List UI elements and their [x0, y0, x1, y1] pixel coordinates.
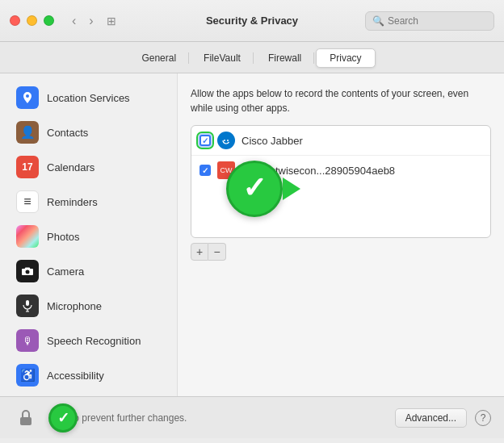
sidebar-item-speech[interactable]: 🎙 Speech Recognition	[5, 324, 172, 357]
sidebar-item-camera[interactable]: Camera	[5, 254, 172, 288]
sidebar-item-contacts[interactable]: 👤 Contacts	[5, 115, 172, 149]
sidebar-label-contacts: Contacts	[47, 127, 88, 139]
calendars-icon: 17	[16, 156, 39, 178]
bottom-lock-check	[48, 403, 78, 433]
lock-text: to prevent further changes.	[71, 412, 187, 424]
sidebar-label-camera: Camera	[47, 265, 84, 278]
minimize-button[interactable]	[27, 15, 37, 26]
right-panel: Allow the apps below to record the conte…	[178, 73, 504, 396]
lock-icon	[16, 408, 36, 428]
sidebar-item-calendars[interactable]: 17 Calendars	[5, 150, 172, 184]
close-button[interactable]	[10, 15, 20, 26]
maximize-button[interactable]	[44, 15, 54, 26]
tab-general[interactable]: General	[128, 49, 189, 67]
main-content: Location Services 👤 Contacts 17 Calendar…	[0, 73, 504, 396]
search-bar[interactable]: 🔍	[365, 11, 494, 31]
sidebar-item-microphone[interactable]: Microphone	[5, 289, 172, 323]
bottom-right: Advanced... ?	[395, 408, 491, 428]
accessibility-icon: ♿	[16, 364, 39, 387]
nav-buttons: ‹ ›	[67, 12, 99, 30]
connectwise-checkbox[interactable]	[200, 165, 211, 176]
window-title: Security & Privacy	[206, 15, 298, 27]
traffic-lights	[10, 15, 54, 26]
list-controls: + −	[191, 243, 491, 261]
reminders-icon: ≡	[16, 190, 39, 213]
sidebar-label-microphone: Microphone	[47, 300, 102, 312]
location-icon	[16, 86, 39, 109]
svg-rect-4	[20, 417, 32, 425]
lock-area: to prevent further changes.	[13, 405, 187, 431]
sidebar-item-accessibility[interactable]: ♿ Accessibility	[5, 358, 172, 392]
lock-icon-wrap	[13, 405, 39, 431]
cisco-jabber-label: Cisco Jabber	[242, 135, 303, 147]
photos-icon	[16, 225, 39, 248]
app-item-cisco-jabber[interactable]: Cisco Jabber	[191, 126, 490, 156]
sidebar-label-photos: Photos	[47, 231, 79, 243]
connectwise-label: connectwisecon...28905904aeb8	[242, 165, 395, 177]
connectwise-icon: CW	[217, 161, 235, 179]
tab-filevault[interactable]: FileVault	[191, 49, 254, 67]
remove-app-button[interactable]: −	[208, 243, 226, 261]
svg-point-3	[227, 140, 229, 141]
cisco-jabber-checkbox[interactable]	[200, 135, 211, 146]
back-button[interactable]: ‹	[67, 12, 81, 30]
sidebar-label-speech: Speech Recognition	[47, 335, 141, 347]
svg-point-1	[219, 133, 233, 148]
add-app-button[interactable]: +	[191, 243, 208, 261]
titlebar: ‹ › ⊞ Security & Privacy 🔍	[0, 0, 504, 42]
sidebar: Location Services 👤 Contacts 17 Calendar…	[0, 73, 178, 396]
cisco-jabber-icon	[217, 132, 235, 149]
sidebar-label-calendars: Calendars	[47, 161, 94, 173]
camera-icon	[16, 260, 39, 282]
bottom-bar: to prevent further changes. Advanced... …	[0, 396, 504, 438]
search-input[interactable]	[388, 15, 487, 27]
app-item-connectwise[interactable]: CW connectwisecon...28905904aeb8	[191, 156, 490, 185]
sidebar-item-photos[interactable]: Photos	[5, 219, 172, 253]
contacts-icon: 👤	[16, 121, 39, 144]
sidebar-item-location[interactable]: Location Services	[5, 81, 172, 115]
tabs-bar: General FileVault Firewall Privacy	[0, 42, 504, 73]
svg-point-2	[224, 140, 225, 141]
help-button[interactable]: ?	[475, 410, 491, 426]
sidebar-label-accessibility: Accessibility	[47, 370, 104, 382]
sidebar-label-reminders: Reminders	[47, 196, 98, 208]
search-icon: 🔍	[372, 15, 384, 27]
forward-button[interactable]: ›	[84, 12, 98, 30]
svg-rect-0	[26, 300, 29, 306]
microphone-icon	[16, 295, 39, 317]
tab-privacy[interactable]: Privacy	[316, 48, 375, 68]
advanced-button[interactable]: Advanced...	[395, 408, 467, 428]
sidebar-label-location: Location Services	[47, 92, 130, 104]
sidebar-item-reminders[interactable]: ≡ Reminders	[5, 185, 172, 219]
apps-list: Cisco Jabber CW connectwisecon...2890590…	[191, 125, 491, 238]
description-text: Allow the apps below to record the conte…	[191, 86, 491, 115]
speech-icon: 🎙	[16, 329, 39, 352]
tab-firewall[interactable]: Firewall	[255, 49, 314, 67]
grid-icon[interactable]: ⊞	[107, 15, 116, 27]
